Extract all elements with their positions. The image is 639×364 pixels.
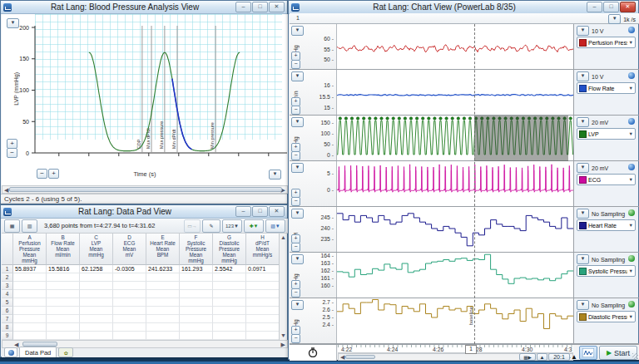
row-header-8[interactable]: 8 <box>2 323 13 332</box>
channel-plot-5[interactable] <box>337 207 573 252</box>
cell-F9[interactable] <box>180 332 213 340</box>
cell-H6[interactable] <box>246 307 280 315</box>
cell-B5[interactable] <box>47 298 80 307</box>
axis-zoom-out-button[interactable]: − <box>291 151 300 160</box>
cell-H7[interactable] <box>246 315 280 323</box>
cell-D3[interactable] <box>113 282 146 290</box>
cell-C3[interactable] <box>80 282 113 290</box>
cell-A3[interactable] <box>13 282 47 290</box>
cell-F2[interactable] <box>180 273 213 282</box>
analysis-plot[interactable]: 200150100500-0.4-0.3-0.2-0.1-0.00.10.20.… <box>2 1 288 159</box>
close-button[interactable]: ✕ <box>620 2 636 12</box>
scroll-down-arrow-icon[interactable]: ▼ <box>280 332 286 339</box>
channel-plot-2[interactable] <box>337 70 573 115</box>
cell-H3[interactable] <box>246 282 280 290</box>
cell-G4[interactable] <box>213 290 246 298</box>
cell-F5[interactable] <box>180 298 213 307</box>
column-header-G[interactable]: GDiastolic PressureMeanmmHg <box>213 234 246 265</box>
cell-C2[interactable] <box>80 273 113 282</box>
cell-H5[interactable] <box>246 298 280 307</box>
scroll-left-arrow-icon[interactable]: ◀ <box>4 187 8 194</box>
cell-A8[interactable] <box>13 323 47 332</box>
zoom-in-time-icon[interactable]: ▲ <box>571 353 577 361</box>
sample-rate-control[interactable]: ▼ 1k /s <box>608 14 636 24</box>
cell-E7[interactable] <box>146 315 180 323</box>
cell-B8[interactable] <box>47 323 80 332</box>
cell-D4[interactable] <box>113 290 146 298</box>
number-format-button[interactable]: 123▼ <box>222 219 242 233</box>
no-sampling-icon[interactable] <box>628 255 635 262</box>
cell-A6[interactable] <box>13 307 47 315</box>
maximize-button[interactable]: □ <box>252 206 268 217</box>
minimize-button[interactable]: – <box>235 206 251 217</box>
cell-G2[interactable] <box>213 273 246 282</box>
chart-titlebar[interactable]: Rat Lang: Chart View (PowerLab 8/35) – □… <box>289 1 638 14</box>
cell-G8[interactable] <box>213 323 246 332</box>
axis-menu-button[interactable]: ▼ <box>291 117 304 127</box>
zoom-out-time-button[interactable]: ▲ <box>537 353 547 361</box>
cell-F3[interactable] <box>180 282 213 290</box>
channel-plot-3[interactable] <box>337 116 573 160</box>
scope-view-toggle[interactable] <box>579 346 597 360</box>
analysis-hscroll-thumb[interactable] <box>9 187 282 192</box>
cell-B2[interactable] <box>47 273 80 282</box>
channel-select[interactable]: ECG▼ <box>577 174 636 185</box>
cell-C7[interactable] <box>80 315 113 323</box>
cell-F6[interactable] <box>180 307 213 315</box>
axis-menu-button[interactable]: ▼ <box>291 163 304 173</box>
cell-H2[interactable] <box>246 273 280 282</box>
scroll-mode-button[interactable]: ▦▶ <box>519 353 536 361</box>
cell-A7[interactable] <box>13 315 47 323</box>
cell-H8[interactable] <box>246 323 280 332</box>
cell-G7[interactable] <box>213 315 246 323</box>
channel-select[interactable]: Perfusion Pressure▼ <box>577 37 636 48</box>
tab-data-pad[interactable]: Data Pad <box>19 347 57 357</box>
range-control[interactable]: ▼No Sampling <box>577 209 625 219</box>
cell-E9[interactable] <box>146 332 180 340</box>
datapad-titlebar[interactable]: Rat Lang: Data Pad View – □ ✕ <box>1 205 287 219</box>
channel-info-icon[interactable] <box>628 118 635 125</box>
range-control[interactable]: ▼10 V <box>577 26 603 36</box>
channel-info-icon[interactable] <box>628 164 635 170</box>
time-mode-box[interactable] <box>290 345 337 361</box>
range-dropdown-icon[interactable]: ▼ <box>577 163 589 173</box>
channel-select[interactable]: Systolic Pressure▼ <box>577 265 636 277</box>
channel-plot-6[interactable] <box>337 253 573 298</box>
cell-C9[interactable] <box>80 332 113 340</box>
range-control[interactable]: ▼20 mV <box>577 163 608 173</box>
cell-D8[interactable] <box>113 323 146 332</box>
cell-A4[interactable] <box>13 290 47 298</box>
cell-E2[interactable] <box>146 273 180 282</box>
cell-G6[interactable] <box>213 307 246 315</box>
no-sampling-icon[interactable] <box>628 209 635 216</box>
range-dropdown-icon[interactable]: ▼ <box>577 209 589 219</box>
y-zoom-out-button[interactable]: − <box>7 148 17 158</box>
comment-marker-line[interactable] <box>474 24 475 344</box>
channel-info-icon[interactable] <box>628 27 635 33</box>
select-data-button[interactable]: ✎ <box>202 219 220 233</box>
cell-B9[interactable] <box>47 332 80 340</box>
channel-plot-7[interactable] <box>337 298 573 343</box>
resize-grip[interactable] <box>632 353 638 359</box>
cell-C1[interactable]: 62.1258 <box>80 265 113 273</box>
channel-info-icon[interactable] <box>628 72 635 79</box>
cell-A5[interactable] <box>13 298 47 307</box>
column-header-E[interactable]: EHeart RateMeanBPM <box>146 234 180 265</box>
range-dropdown-icon[interactable]: ▼ <box>577 300 589 310</box>
add-to-datapad-button[interactable]: ▭→ <box>184 219 201 233</box>
row-header-9[interactable]: 9 <box>2 332 13 340</box>
table-corner[interactable] <box>2 234 13 265</box>
close-button[interactable]: ✕ <box>269 206 285 217</box>
no-sampling-icon[interactable] <box>628 301 635 307</box>
column-view-button[interactable]: ▥ <box>22 219 37 233</box>
datapad-table[interactable]: APerfusion PressureMeanmmHgBFlow RateMea… <box>2 234 280 340</box>
column-header-H[interactable]: HdP/dTMeanmmHg/s <box>246 234 280 265</box>
cell-B1[interactable]: 15.5816 <box>47 265 80 273</box>
axis-zoom-out-button[interactable]: − <box>291 197 300 206</box>
datapad-vscrollbar[interactable]: ▲ ▼ <box>279 234 286 340</box>
new-sheet-button[interactable]: ✿ <box>58 347 73 357</box>
row-header-4[interactable]: 4 <box>2 290 13 298</box>
cell-F7[interactable] <box>180 315 213 323</box>
cell-F4[interactable] <box>180 290 213 298</box>
range-control[interactable]: ▼No Sampling <box>577 300 625 310</box>
